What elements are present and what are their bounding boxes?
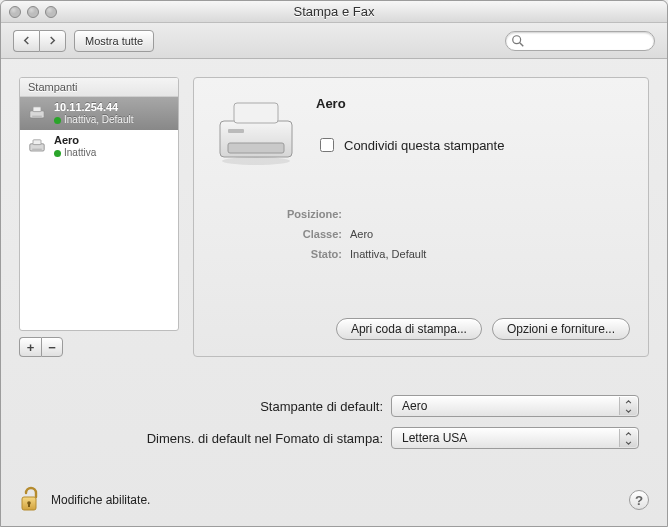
default-paper-popup[interactable]: Lettera USA <box>391 427 639 449</box>
add-printer-button[interactable]: + <box>19 337 41 357</box>
printer-row-status: Inattiva <box>64 147 96 159</box>
state-label: Stato: <box>242 248 342 260</box>
printers-list-header: Stampanti <box>20 78 178 97</box>
svg-rect-7 <box>32 148 42 150</box>
svg-point-12 <box>222 157 290 165</box>
svg-rect-15 <box>28 503 30 507</box>
printer-large-icon <box>212 94 300 174</box>
location-label: Posizione: <box>242 208 342 220</box>
svg-rect-3 <box>33 106 41 111</box>
share-printer-checkbox-row[interactable]: Condividi questa stampante <box>316 135 630 155</box>
printer-row-name: 10.11.254.44 <box>54 101 133 114</box>
svg-rect-11 <box>228 129 244 133</box>
printer-icon <box>26 138 48 156</box>
default-printer-label: Stampante di default: <box>21 399 391 414</box>
default-printer-popup[interactable]: Aero <box>391 395 639 417</box>
svg-rect-6 <box>33 140 41 145</box>
chevron-right-icon <box>48 36 57 45</box>
svg-rect-9 <box>234 103 278 123</box>
printers-list: Stampanti 10.11.254.44 Inattiva, Default <box>19 77 179 331</box>
show-all-button[interactable]: Mostra tutte <box>74 30 154 52</box>
class-value: Aero <box>350 228 630 240</box>
lock-status-text: Modifiche abilitate. <box>51 493 150 507</box>
unlocked-padlock-icon <box>19 486 43 514</box>
share-printer-checkbox[interactable] <box>320 138 334 152</box>
titlebar: Stampa e Fax <box>1 1 667 23</box>
add-remove-segmented: + − <box>19 337 179 357</box>
status-dot-icon <box>54 117 61 124</box>
lock-button[interactable]: Modifiche abilitate. <box>19 486 150 514</box>
svg-point-0 <box>513 35 521 43</box>
status-dot-icon <box>54 150 61 157</box>
forward-button[interactable] <box>39 30 66 52</box>
location-value <box>350 208 630 220</box>
popup-stepper-icon <box>619 429 637 447</box>
toolbar: Mostra tutte <box>1 23 667 59</box>
options-supplies-button[interactable]: Opzioni e forniture... <box>492 318 630 340</box>
printer-detail-panel: Aero Condividi questa stampante Posizion… <box>193 77 649 357</box>
state-value: Inattiva, Default <box>350 248 630 260</box>
printer-row[interactable]: 10.11.254.44 Inattiva, Default <box>20 97 178 130</box>
printer-icon <box>26 105 48 123</box>
svg-line-1 <box>520 42 524 46</box>
printer-row-name: Aero <box>54 134 96 147</box>
share-printer-label: Condividi questa stampante <box>344 138 504 153</box>
svg-rect-10 <box>228 143 284 153</box>
search-input[interactable] <box>505 31 655 51</box>
back-button[interactable] <box>13 30 39 52</box>
default-paper-label: Dimens. di default nel Fomato di stampa: <box>21 431 391 446</box>
chevron-left-icon <box>22 36 31 45</box>
nav-segmented <box>13 30 66 52</box>
remove-printer-button[interactable]: − <box>41 337 63 357</box>
open-print-queue-button[interactable]: Apri coda di stampa... <box>336 318 482 340</box>
help-button[interactable]: ? <box>629 490 649 510</box>
printer-name-heading: Aero <box>316 96 630 111</box>
class-label: Classe: <box>242 228 342 240</box>
svg-rect-4 <box>32 115 42 117</box>
printer-row-status: Inattiva, Default <box>64 114 133 126</box>
window-title: Stampa e Fax <box>1 4 667 19</box>
default-paper-value: Lettera USA <box>402 431 467 445</box>
printer-row[interactable]: Aero Inattiva <box>20 130 178 163</box>
default-printer-value: Aero <box>402 399 427 413</box>
search-field-wrap <box>505 31 655 51</box>
search-icon <box>511 34 525 48</box>
popup-stepper-icon <box>619 397 637 415</box>
